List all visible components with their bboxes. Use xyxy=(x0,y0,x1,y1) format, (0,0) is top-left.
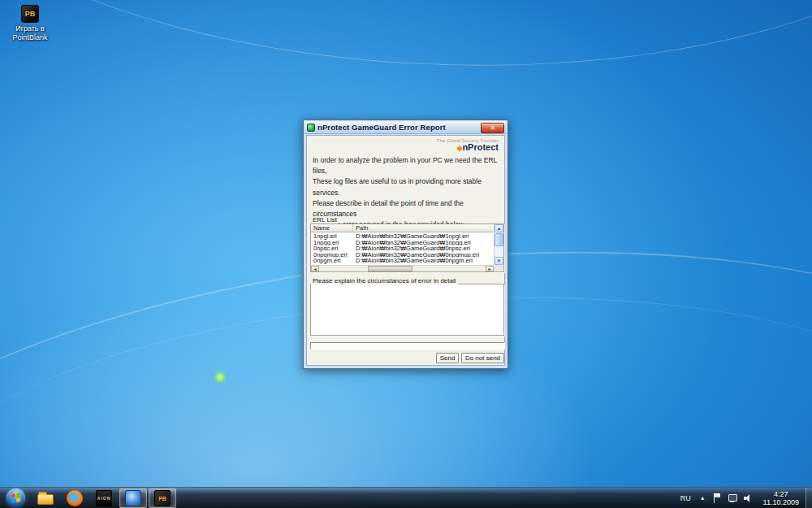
explorer-folder-icon xyxy=(37,494,54,505)
erl-file-path: D:₩Aion₩bin32₩GameGuard₩1npgg.erl xyxy=(353,240,494,246)
clock[interactable]: 4:27 11.10.2009 xyxy=(757,490,806,506)
vertical-scrollbar[interactable]: ▲ ▼ xyxy=(494,224,503,265)
intro-line: In order to analyze the problem in your … xyxy=(313,155,499,176)
intro-line: These log files are useful to us in prov… xyxy=(313,176,499,198)
hidden-icons-chevron[interactable]: ▲ xyxy=(696,495,710,501)
vertical-scroll-thumb[interactable] xyxy=(495,233,503,246)
erl-file-path: D:₩Aion₩bin32₩GameGuard₩0npsc.erl xyxy=(353,245,494,252)
scroll-up-button[interactable]: ▲ xyxy=(495,224,503,232)
table-row[interactable]: 1npgl.erlD:₩Aion₩bin32₩GameGuard₩1npgl.e… xyxy=(311,233,494,240)
do-not-send-button[interactable]: Do not send xyxy=(461,353,504,363)
intro-line: Please describe in detail the point of t… xyxy=(313,198,499,219)
erl-list-label: ERL List xyxy=(311,216,339,224)
erl-list-view: Name Path 1npgl.erlD:₩Aion₩bin32₩GameGua… xyxy=(310,224,504,272)
erl-file-name: 1npgl.erl xyxy=(311,233,353,240)
horizontal-scrollbar[interactable]: ◄ ► xyxy=(311,265,494,271)
taskbar-item-explorer[interactable] xyxy=(32,488,59,508)
pointblank-app-icon: PB xyxy=(154,490,171,506)
action-center-flag-icon[interactable] xyxy=(713,493,721,503)
scroll-left-button[interactable]: ◄ xyxy=(311,266,319,271)
erl-file-name: 0npgm.erl xyxy=(311,258,353,264)
gameguard-error-report-window: nProtect GameGuard Error Report ✕ The Gl… xyxy=(303,119,508,369)
erl-file-path: D:₩Aion₩bin32₩GameGuard₩0npgm.erl xyxy=(353,258,494,264)
close-button[interactable]: ✕ xyxy=(481,123,504,133)
taskbar-item-firefox[interactable] xyxy=(61,488,89,508)
window-title: nProtect GameGuard Error Report xyxy=(317,123,446,132)
erl-file-path: D:₩Aion₩bin32₩GameGuard₩1npgl.erl xyxy=(353,233,494,240)
circumstances-textarea[interactable] xyxy=(312,285,503,334)
column-header-name[interactable]: Name xyxy=(311,224,353,232)
windows-logo-icon xyxy=(6,488,25,507)
taskbar-item-aion[interactable]: AION xyxy=(90,488,118,508)
erl-file-name: 0npgmup.erl xyxy=(311,252,353,258)
shortcut-label-line1: Играть в xyxy=(3,24,57,33)
erl-table-body: 1npgl.erlD:₩Aion₩bin32₩GameGuard₩1npgl.e… xyxy=(311,233,494,265)
table-row[interactable]: 0npgmup.erlD:₩Aion₩bin32₩GameGuard₩0npgm… xyxy=(311,252,494,258)
explain-group-label: Please explain the circumstances of erro… xyxy=(311,277,458,284)
gameguard-app-icon xyxy=(125,490,141,506)
show-desktop-button[interactable] xyxy=(806,488,812,508)
firefox-icon xyxy=(67,490,83,506)
erl-file-name: 1npgg.erl xyxy=(311,240,353,246)
start-button[interactable] xyxy=(0,488,31,508)
table-row[interactable]: 0npsc.erlD:₩Aion₩bin32₩GameGuard₩0npsc.e… xyxy=(311,245,494,252)
taskbar-buttons: AION PB xyxy=(31,488,177,508)
pointblank-shortcut-icon: PB xyxy=(21,5,39,23)
list-header: Name Path xyxy=(311,224,503,232)
brand-name-text: nProtect xyxy=(462,142,499,152)
explain-group-box xyxy=(310,284,504,336)
scroll-right-button[interactable]: ► xyxy=(486,266,494,271)
desktop-shortcut-pointblank[interactable]: PB Играть в PointBlank xyxy=(3,5,57,42)
volume-icon[interactable] xyxy=(744,493,754,503)
gameguard-icon xyxy=(307,124,315,132)
tray-date: 11.10.2009 xyxy=(763,498,799,506)
network-icon[interactable] xyxy=(728,493,737,503)
wallpaper-sparkle xyxy=(213,370,227,384)
table-row[interactable]: 0npgm.erlD:₩Aion₩bin32₩GameGuard₩0npgm.e… xyxy=(311,258,494,264)
dialog-client-area: The Global Security Provider ◆nProtect I… xyxy=(306,135,505,366)
send-progress-bar xyxy=(310,342,505,350)
taskbar: AION PB RU ▲ 4:27 11.10.2009 xyxy=(0,487,812,508)
erl-file-path: D:₩Aion₩bin32₩GameGuard₩0npgmup.erl xyxy=(353,252,494,258)
desktop-wallpaper: PB Играть в PointBlank nProtect GameGuar… xyxy=(0,0,812,508)
send-button[interactable]: Send xyxy=(436,353,459,363)
tray-time: 4:27 xyxy=(763,490,799,498)
taskbar-item-gameguard[interactable] xyxy=(119,488,147,508)
brand-name: ◆nProtect xyxy=(437,143,499,153)
horizontal-scroll-thumb[interactable] xyxy=(368,266,412,271)
nprotect-logo: The Global Security Provider ◆nProtect xyxy=(437,138,499,153)
language-indicator[interactable]: RU xyxy=(676,494,696,502)
scroll-down-button[interactable]: ▼ xyxy=(495,257,503,265)
scrollbar-corner xyxy=(494,265,503,271)
wallpaper-light-streak xyxy=(0,0,812,85)
aion-icon: AION xyxy=(96,490,112,506)
table-row[interactable]: 1npgg.erlD:₩Aion₩bin32₩GameGuard₩1npgg.e… xyxy=(311,240,494,246)
shortcut-label-line2: PointBlank xyxy=(3,33,57,42)
taskbar-item-pointblank[interactable]: PB xyxy=(149,488,176,508)
erl-file-name: 0npsc.erl xyxy=(311,245,353,252)
system-tray: RU ▲ 4:27 11.10.2009 xyxy=(676,488,812,508)
column-header-path[interactable]: Path xyxy=(353,224,503,232)
window-titlebar[interactable]: nProtect GameGuard Error Report ✕ xyxy=(304,121,507,134)
